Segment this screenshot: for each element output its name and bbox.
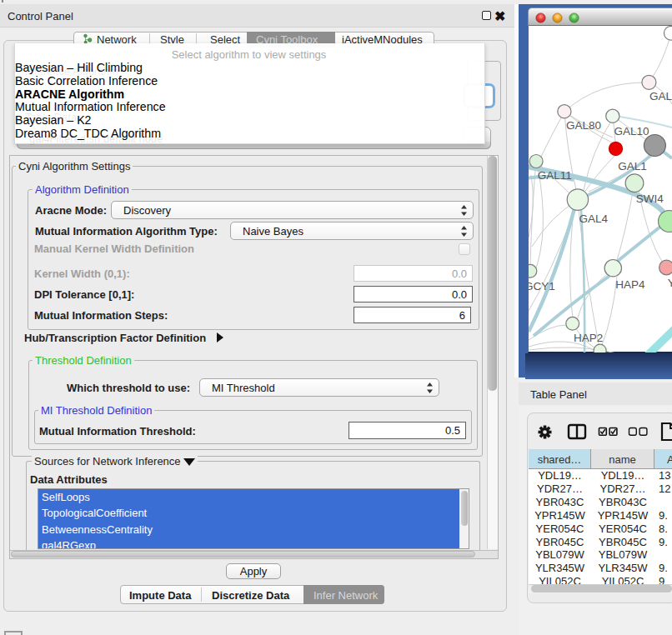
svg-text:GCY1: GCY1	[529, 280, 555, 292]
svg-text:HAP4: HAP4	[615, 278, 645, 291]
svg-text:HAP2: HAP2	[574, 332, 603, 344]
svg-text:GAL1: GAL1	[618, 160, 647, 172]
svg-text:SWI4: SWI4	[636, 192, 664, 205]
svg-text:GAL10: GAL10	[614, 125, 649, 138]
svg-text:GAL7: GAL7	[649, 90, 672, 102]
svg-text:Y: Y	[668, 277, 672, 289]
svg-text:GAL4: GAL4	[579, 212, 608, 225]
svg-text:GAL80: GAL80	[566, 119, 601, 132]
svg-text:GAL11: GAL11	[538, 169, 572, 182]
